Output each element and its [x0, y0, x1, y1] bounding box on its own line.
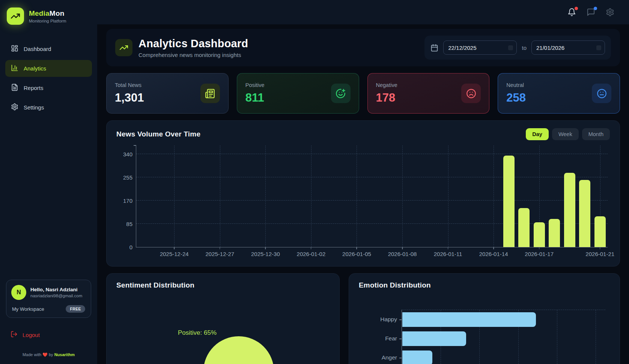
message-dot: [594, 7, 597, 10]
page-title: Analytics Dashboard: [138, 37, 248, 50]
pie-chart: [203, 336, 274, 364]
y-tick-mark: [399, 358, 402, 358]
range-toggle: Day Week Month: [526, 128, 610, 140]
gear-icon: [11, 103, 18, 112]
y-gridline: [136, 154, 608, 154]
stat-card-positive: Positive 811: [237, 73, 359, 114]
sidebar-item-label: Analytics: [24, 65, 46, 72]
x-gridline: [448, 145, 448, 247]
range-button-day[interactable]: Day: [526, 128, 549, 140]
volume-bar: [594, 216, 606, 247]
sentiment-chart-title: Sentiment Distribution: [116, 281, 330, 289]
volume-bar: [549, 219, 560, 247]
date-from-input[interactable]: [443, 40, 517, 55]
x-tick-label: 2025-12-30: [251, 251, 280, 257]
date-to-input[interactable]: [531, 40, 605, 55]
x-tick-mark: [311, 247, 311, 249]
volume-bar: [579, 180, 590, 247]
x-gridline: [402, 145, 403, 247]
logout-icon: [11, 331, 18, 339]
trending-up-icon: [7, 7, 24, 25]
sidebar-item-dashboard[interactable]: Dashboard: [5, 40, 92, 57]
stat-value: 178: [376, 91, 397, 105]
sidebar-footer: Made with ❤️ by Nusarithm: [5, 352, 92, 359]
x-tick-label: 2025-12-24: [160, 251, 189, 257]
brand-name-primary: Media: [29, 9, 50, 17]
y-tick-label: 255: [117, 174, 132, 181]
brand-logo: MediaMon Monitoring Platform: [5, 7, 92, 25]
emotion-bar: [402, 351, 432, 364]
range-button-month[interactable]: Month: [582, 128, 610, 140]
stat-label: Positive: [245, 82, 265, 88]
x-tick-mark: [174, 247, 175, 249]
sidebar-item-label: Reports: [24, 85, 44, 91]
emotion-bar: [402, 331, 466, 346]
logout-label: Logout: [23, 332, 40, 338]
emotion-category-label: Fear: [385, 335, 397, 342]
plan-badge: FREE: [66, 305, 85, 313]
settings-button[interactable]: [606, 8, 615, 17]
emotion-chart: HappyFearAnger: [359, 310, 610, 364]
date-range-separator: to: [522, 45, 527, 51]
pie-slice-label: Positive: 65%: [178, 329, 217, 337]
volume-plot: 0851702553402025-12-242025-12-272025-12-…: [136, 145, 608, 247]
notifications-button[interactable]: [567, 8, 576, 17]
footer-made-with: Made with: [23, 352, 41, 357]
emotion-category-label: Anger: [382, 354, 397, 361]
x-gridline: [311, 145, 311, 247]
x-tick-mark: [600, 247, 600, 249]
x-gridline: [265, 145, 266, 247]
sidebar-item-analytics[interactable]: Analytics: [5, 60, 92, 77]
brand-tagline: Monitoring Platform: [29, 19, 66, 23]
volume-chart: 0851702553402025-12-242025-12-272025-12-…: [136, 145, 608, 260]
stat-value: 1,301: [115, 91, 144, 105]
stat-label: Negative: [376, 82, 397, 88]
y-tick-mark: [399, 339, 402, 339]
avatar: N: [11, 285, 26, 300]
x-tick-mark: [357, 247, 357, 249]
logout-button[interactable]: Logout: [11, 331, 92, 339]
brand-name-secondary: Mon: [50, 9, 65, 17]
stat-card-neutral: Neutral 258: [498, 73, 620, 114]
x-gridline: [220, 145, 220, 247]
stat-value: 811: [245, 91, 265, 105]
user-card[interactable]: N Hello, Nasri Adzlani nasriadzlani98@gm…: [6, 280, 91, 318]
x-gridline: [494, 145, 494, 247]
calendar-icon: [430, 44, 438, 52]
page-subtitle: Comprehensive news monitoring insights: [138, 52, 248, 58]
stat-label: Neutral: [506, 82, 526, 88]
sidebar-item-settings[interactable]: Settings: [5, 99, 92, 116]
x-tick-mark: [448, 247, 448, 249]
file-text-icon: [11, 84, 18, 92]
sidebar-item-label: Settings: [24, 104, 44, 111]
sidebar-item-label: Dashboard: [24, 46, 51, 52]
stat-card-negative: Negative 178: [367, 73, 490, 114]
range-button-week[interactable]: Week: [552, 128, 579, 140]
meh-icon: [592, 84, 611, 103]
x-tick-mark: [402, 247, 403, 249]
message-square-icon: [587, 11, 595, 18]
messages-button[interactable]: [587, 8, 596, 17]
x-tick-mark: [539, 247, 540, 249]
x-tick-label: 2026-01-21: [585, 251, 614, 257]
x-tick-label: 2026-01-17: [525, 251, 554, 257]
volume-chart-title: News Volume Over Time: [116, 130, 200, 138]
x-tick-mark: [220, 247, 220, 249]
date-picker-indicator-icon[interactable]: [596, 45, 601, 50]
stat-label: Total News: [115, 82, 144, 88]
trending-up-icon: [115, 39, 132, 56]
page-header: Analytics Dashboard Comprehensive news m…: [106, 29, 620, 66]
y-gridline: [136, 177, 608, 177]
footer-brand-link[interactable]: Nusarithm: [54, 352, 75, 357]
notification-dot: [575, 7, 578, 10]
heart-icon: ❤️: [42, 352, 48, 357]
date-picker-indicator-icon[interactable]: [508, 45, 513, 50]
sidebar-item-reports[interactable]: Reports: [5, 79, 92, 96]
stats-row: Total News 1,301 Positive 811: [106, 73, 620, 114]
x-gridline: [557, 310, 557, 364]
x-tick-label: 2026-01-11: [434, 251, 462, 257]
gear-icon: [606, 11, 614, 18]
smile-plus-icon: [331, 84, 351, 103]
x-tick-label: 2026-01-05: [342, 251, 371, 257]
footer-by: by: [49, 352, 53, 357]
